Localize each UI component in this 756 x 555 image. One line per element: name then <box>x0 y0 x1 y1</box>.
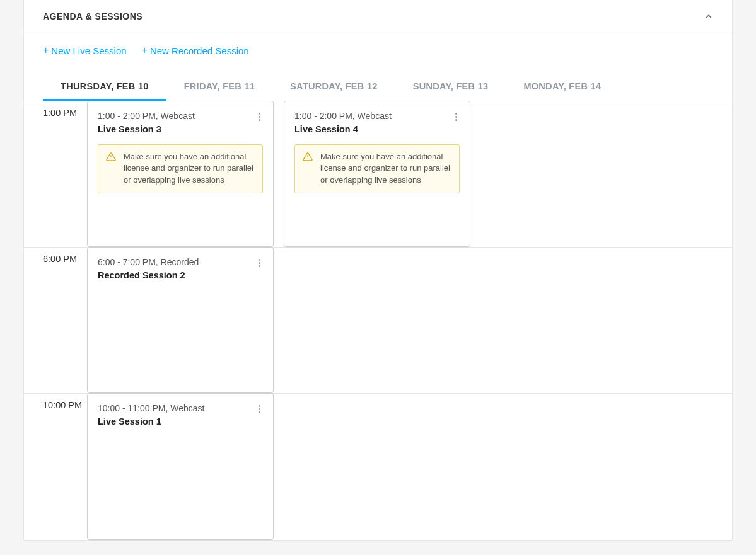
kebab-menu-icon[interactable] <box>256 256 263 270</box>
session-title: Recorded Session 2 <box>98 270 199 280</box>
session-card-header: 10:00 - 11:00 PM, WebcastLive Session 1 <box>98 403 263 426</box>
day-tabs: THURSDAY, FEB 10FRIDAY, FEB 11SATURDAY, … <box>24 74 732 101</box>
session-meta: 1:00 - 2:00 PM, Webcast <box>98 110 195 123</box>
session-meta: 6:00 - 7:00 PM, Recorded <box>98 256 199 269</box>
session-title: Live Session 1 <box>98 416 204 426</box>
sessions-container: 10:00 - 11:00 PM, WebcastLive Session 1 <box>87 394 732 540</box>
day-tab[interactable]: MONDAY, FEB 14 <box>506 74 619 101</box>
schedule: 1:00 PM1:00 - 2:00 PM, WebcastLive Sessi… <box>24 101 732 540</box>
sessions-container: 6:00 - 7:00 PM, RecordedRecorded Session… <box>87 248 732 393</box>
time-row: 10:00 PM10:00 - 11:00 PM, WebcastLive Se… <box>24 394 732 540</box>
session-card-header: 6:00 - 7:00 PM, RecordedRecorded Session… <box>98 256 263 280</box>
panel-title: AGENDA & SESSIONS <box>43 11 142 21</box>
time-row: 6:00 PM6:00 - 7:00 PM, RecordedRecorded … <box>24 248 732 394</box>
new-recorded-session-button[interactable]: + New Recorded Session <box>142 45 249 56</box>
chevron-up-icon <box>704 12 713 21</box>
warning-icon <box>106 152 116 162</box>
time-label: 6:00 PM <box>24 248 87 393</box>
new-live-session-button[interactable]: + New Live Session <box>43 45 127 56</box>
actions-bar: + New Live Session + New Recorded Sessio… <box>24 33 732 62</box>
warning-icon <box>303 152 313 162</box>
session-meta: 10:00 - 11:00 PM, Webcast <box>98 403 204 415</box>
panel-header[interactable]: AGENDA & SESSIONS <box>24 0 732 33</box>
day-tab[interactable]: SUNDAY, FEB 13 <box>395 74 506 101</box>
session-meta: 1:00 - 2:00 PM, Webcast <box>294 110 392 123</box>
plus-icon: + <box>142 45 148 56</box>
time-row: 1:00 PM1:00 - 2:00 PM, WebcastLive Sessi… <box>24 101 732 248</box>
new-live-label: New Live Session <box>51 45 126 56</box>
kebab-menu-icon[interactable] <box>256 110 263 123</box>
session-card-header: 1:00 - 2:00 PM, WebcastLive Session 4 <box>294 110 460 134</box>
kebab-menu-icon[interactable] <box>453 110 460 123</box>
warning-text: Make sure you have an additional license… <box>124 151 255 187</box>
session-card[interactable]: 1:00 - 2:00 PM, WebcastLive Session 3Mak… <box>87 101 274 247</box>
warning-box: Make sure you have an additional license… <box>294 144 460 194</box>
session-title: Live Session 3 <box>98 124 195 134</box>
new-recorded-label: New Recorded Session <box>150 45 249 56</box>
agenda-sessions-panel: AGENDA & SESSIONS + New Live Session + N… <box>23 0 733 541</box>
session-card[interactable]: 6:00 - 7:00 PM, RecordedRecorded Session… <box>87 247 274 393</box>
day-tab[interactable]: THURSDAY, FEB 10 <box>43 74 166 101</box>
warning-text: Make sure you have an additional license… <box>320 151 451 187</box>
kebab-menu-icon[interactable] <box>256 403 263 416</box>
sessions-container: 1:00 - 2:00 PM, WebcastLive Session 3Mak… <box>87 101 732 247</box>
plus-icon: + <box>43 45 49 56</box>
time-label: 10:00 PM <box>24 394 87 540</box>
session-card[interactable]: 10:00 - 11:00 PM, WebcastLive Session 1 <box>87 393 274 540</box>
session-card-header: 1:00 - 2:00 PM, WebcastLive Session 3 <box>98 110 263 134</box>
time-label: 1:00 PM <box>24 101 87 247</box>
session-title: Live Session 4 <box>294 124 392 134</box>
warning-box: Make sure you have an additional license… <box>98 144 263 194</box>
day-tab[interactable]: FRIDAY, FEB 11 <box>166 74 272 101</box>
session-card[interactable]: 1:00 - 2:00 PM, WebcastLive Session 4Mak… <box>284 101 470 247</box>
day-tab[interactable]: SATURDAY, FEB 12 <box>272 74 395 101</box>
